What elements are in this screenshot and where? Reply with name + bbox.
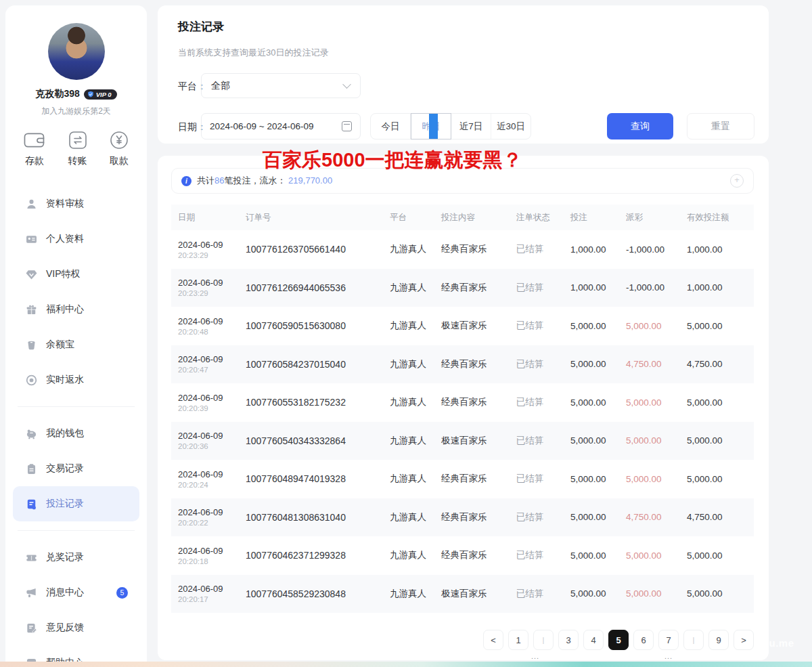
bet-amount-cell: 1,000.00 [570, 244, 626, 255]
sidebar-item-betting-records[interactable]: 投注记录 [13, 486, 139, 521]
page-4[interactable]: 4 [583, 630, 604, 650]
status-cell: 已结算 [516, 473, 570, 485]
platform-cell: 九游真人 [390, 435, 441, 447]
sidebar-item-transaction-records[interactable]: 交易记录 [5, 451, 147, 486]
deposit-button[interactable]: 存款 [23, 131, 46, 167]
order-number-cell: 1007760540343332864 [246, 435, 390, 446]
platform-cell: 九游真人 [390, 282, 441, 294]
valid-bet-cell: 5,000.00 [687, 474, 754, 484]
watermark: cqu.me [757, 637, 794, 649]
bet-amount-cell: 5,000.00 [570, 512, 626, 522]
records-card: i 共计86笔投注，流水： 219,770.00 + 日期 订单号 平台 投注内… [158, 156, 769, 660]
sidebar-item-vip-privileges[interactable]: VIP特权 [5, 257, 147, 292]
bet-content-cell: 经典百家乐 [441, 358, 516, 370]
sidebar-item-label: 消息中心 [46, 586, 84, 599]
vip-label: VIP 0 [96, 91, 112, 98]
sidebar-item-message-center[interactable]: 消息中心 5 [5, 575, 147, 610]
page-9[interactable]: 9 [708, 630, 729, 650]
bet-content-cell: 极速百家乐 [441, 435, 516, 447]
quick-7days-button[interactable]: 近7日 [451, 114, 491, 139]
platform-cell: 九游真人 [390, 511, 441, 523]
valid-bet-cell: 1,000.00 [687, 244, 754, 255]
page-1[interactable]: 1 [508, 630, 528, 650]
sidebar-item-personal-info[interactable]: 个人资料 [5, 221, 147, 257]
reset-button[interactable]: 重置 [687, 113, 754, 139]
col-header-payout: 派彩 [626, 212, 687, 223]
ellipsis-artifact: ... [664, 652, 673, 660]
bet-content-cell: 极速百家乐 [441, 588, 516, 600]
transfer-button[interactable]: 转账 [68, 131, 88, 167]
pagination: <1|34567|9> [171, 630, 754, 650]
sidebar-item-label: 投注记录 [46, 498, 84, 510]
order-number-cell: 1007760553182175232 [246, 397, 390, 408]
bet-date-cell: 2024-06-09 20:23:29 [178, 240, 246, 259]
page-6[interactable]: 6 [633, 630, 654, 650]
page-3[interactable]: 3 [558, 630, 579, 650]
table-row: 2024-06-09 20:20:47 1007760584237015040 … [171, 345, 754, 384]
sidebar-item-my-wallet[interactable]: 我的钱包 [5, 416, 147, 451]
betting-records-page: 克孜勒398 VIP 0 加入九游娱乐第2天 存款 转账 [0, 0, 812, 667]
bet-date-cell: 2024-06-09 20:20:48 [178, 316, 246, 336]
col-header-order: 订单号 [246, 212, 390, 223]
page-next[interactable]: > [734, 630, 754, 650]
expand-plus-icon[interactable]: + [730, 174, 744, 188]
vip-badge: VIP 0 [84, 89, 117, 100]
platform-cell: 九游真人 [390, 396, 441, 408]
sidebar-item-prize-records[interactable]: 兑奖记录 [5, 540, 147, 575]
money-pot-icon [26, 339, 37, 351]
sidebar-item-profile-audit[interactable]: 资料审核 [5, 186, 147, 221]
withdraw-button[interactable]: 取款 [109, 131, 129, 167]
valid-bet-cell: 5,000.00 [687, 435, 754, 446]
sidebar-item-yuebao[interactable]: 余额宝 [5, 327, 147, 362]
page-prev[interactable]: < [483, 630, 503, 650]
id-card-icon [26, 234, 37, 245]
page-subtitle: 当前系统支持查询最近30日的投注记录 [178, 47, 328, 59]
bet-amount-cell: 5,000.00 [570, 359, 626, 369]
sidebar-item-help-center[interactable]: ? 帮助中心 [5, 645, 147, 662]
sidebar-item-realtime-rebate[interactable]: 实时返水 [5, 362, 147, 397]
quick-today-button[interactable]: 今日 [371, 114, 411, 139]
order-number-cell: 1007760458529230848 [246, 588, 390, 599]
sidebar-item-label: 资料审核 [46, 198, 84, 210]
search-button[interactable]: 查询 [607, 113, 673, 139]
chevron-down-icon [342, 80, 351, 88]
avatar [48, 23, 105, 80]
page-jump-back[interactable]: | [533, 630, 554, 650]
sidebar-item-label: 意见反馈 [46, 622, 84, 634]
quick-30days-button[interactable]: 近30日 [491, 114, 531, 139]
date-range-input[interactable]: 2024-06-09 ~ 2024-06-09 [201, 113, 361, 139]
bet-date-cell: 2024-06-09 20:20:24 [178, 469, 246, 489]
platform-cell: 九游真人 [390, 358, 441, 370]
page-7[interactable]: 7 [658, 630, 679, 650]
page-5[interactable]: 5 [608, 630, 629, 650]
sidebar-item-label: 帮助中心 [46, 657, 84, 662]
sidebar-item-welfare-center[interactable]: 福利中心 [5, 292, 147, 327]
piggy-bank-icon [26, 428, 37, 439]
info-icon: i [181, 176, 191, 186]
platform-cell: 九游真人 [390, 243, 441, 255]
ticket-icon [26, 552, 37, 563]
person-icon [26, 198, 37, 210]
date-range-value: 2024-06-09 ~ 2024-06-09 [210, 121, 314, 131]
page-jump-forward[interactable]: | [683, 630, 704, 650]
payout-cell: 4,750.00 [626, 512, 687, 522]
bet-content-cell: 极速百家乐 [441, 320, 516, 332]
bet-amount-cell: 5,000.00 [570, 321, 626, 331]
bet-content-cell: 经典百家乐 [441, 396, 516, 408]
valid-bet-cell: 4,750.00 [687, 359, 754, 369]
sidebar-item-label: 兑奖记录 [46, 551, 84, 563]
platform-select[interactable]: 全部 [201, 73, 361, 98]
payout-cell: -1,000.00 [626, 244, 687, 255]
quick-yesterday-button[interactable]: 昨日 [411, 113, 451, 139]
sidebar-item-feedback[interactable]: 意见反馈 [5, 610, 147, 645]
payout-cell: 4,750.00 [626, 359, 687, 369]
bet-date-cell: 2024-06-09 20:20:39 [178, 393, 246, 412]
bet-amount-cell: 5,000.00 [570, 588, 626, 599]
table-row: 2024-06-09 20:20:36 1007760540343332864 … [171, 422, 754, 460]
order-number-cell: 1007760584237015040 [246, 359, 390, 370]
status-cell: 已结算 [516, 588, 570, 600]
sidebar-item-label: 福利中心 [46, 303, 84, 316]
betting-records-icon [26, 498, 37, 510]
bet-amount-cell: 5,000.00 [570, 474, 626, 484]
col-header-status: 注单状态 [516, 212, 570, 223]
